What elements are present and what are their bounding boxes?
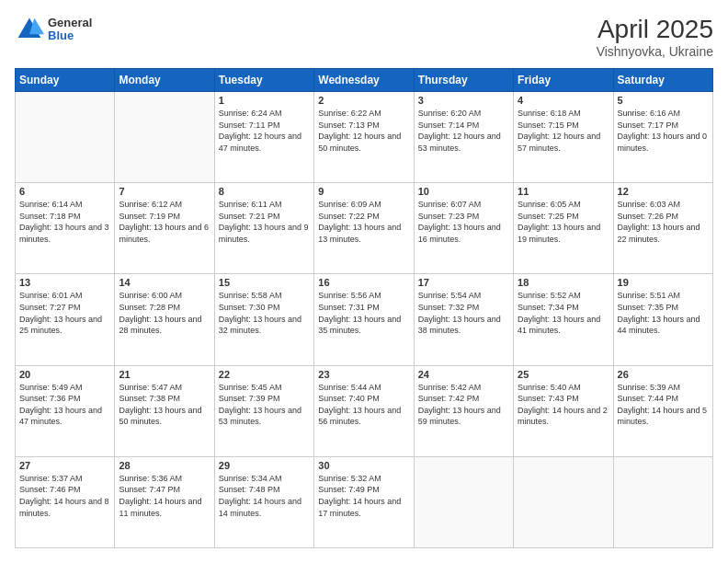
day-number: 1 — [219, 95, 310, 106]
day-number: 25 — [518, 369, 609, 380]
calendar-week-2: 6 Sunrise: 6:14 AMSunset: 7:18 PMDayligh… — [16, 183, 713, 274]
calendar-cell: 30 Sunrise: 5:32 AMSunset: 7:49 PMDaylig… — [314, 456, 414, 547]
calendar-week-1: 1 Sunrise: 6:24 AMSunset: 7:11 PMDayligh… — [16, 92, 713, 183]
day-detail: Sunrise: 6:09 AMSunset: 7:22 PMDaylight:… — [318, 200, 401, 244]
calendar-cell: 3 Sunrise: 6:20 AMSunset: 7:14 PMDayligh… — [414, 92, 513, 183]
calendar-cell: 28 Sunrise: 5:36 AMSunset: 7:47 PMDaylig… — [115, 456, 214, 547]
day-number: 10 — [418, 186, 509, 197]
calendar-cell: 25 Sunrise: 5:40 AMSunset: 7:43 PMDaylig… — [514, 365, 613, 456]
day-detail: Sunrise: 6:03 AMSunset: 7:26 PMDaylight:… — [618, 200, 700, 244]
day-detail: Sunrise: 6:16 AMSunset: 7:17 PMDaylight:… — [618, 109, 708, 153]
logo: General Blue — [15, 15, 92, 44]
calendar-cell: 24 Sunrise: 5:42 AMSunset: 7:42 PMDaylig… — [414, 365, 513, 456]
day-number: 17 — [418, 277, 509, 288]
day-number: 30 — [318, 460, 409, 471]
calendar-cell: 16 Sunrise: 5:56 AMSunset: 7:31 PMDaylig… — [314, 274, 414, 365]
logo-icon — [15, 15, 44, 44]
subtitle: Vishnyovka, Ukraine — [597, 44, 713, 59]
day-header-friday: Friday — [514, 69, 613, 92]
calendar-cell: 17 Sunrise: 5:54 AMSunset: 7:32 PMDaylig… — [414, 274, 513, 365]
calendar-week-3: 13 Sunrise: 6:01 AMSunset: 7:27 PMDaylig… — [16, 274, 713, 365]
calendar-cell — [16, 92, 115, 183]
title-block: April 2025 Vishnyovka, Ukraine — [597, 15, 713, 59]
logo-general-text: General — [48, 17, 92, 29]
main-title: April 2025 — [597, 15, 713, 44]
calendar-cell: 7 Sunrise: 6:12 AMSunset: 7:19 PMDayligh… — [115, 183, 214, 274]
day-header-thursday: Thursday — [414, 69, 513, 92]
calendar-cell: 9 Sunrise: 6:09 AMSunset: 7:22 PMDayligh… — [314, 183, 414, 274]
calendar-cell: 10 Sunrise: 6:07 AMSunset: 7:23 PMDaylig… — [414, 183, 513, 274]
calendar-cell: 14 Sunrise: 6:00 AMSunset: 7:28 PMDaylig… — [115, 274, 214, 365]
day-number: 11 — [518, 186, 609, 197]
calendar-cell: 5 Sunrise: 6:16 AMSunset: 7:17 PMDayligh… — [613, 92, 712, 183]
day-detail: Sunrise: 5:54 AMSunset: 7:32 PMDaylight:… — [418, 291, 501, 335]
day-detail: Sunrise: 6:07 AMSunset: 7:23 PMDaylight:… — [418, 200, 501, 244]
day-detail: Sunrise: 5:34 AMSunset: 7:48 PMDaylight:… — [219, 474, 301, 518]
day-detail: Sunrise: 5:40 AMSunset: 7:43 PMDaylight:… — [518, 383, 608, 427]
calendar-cell: 26 Sunrise: 5:39 AMSunset: 7:44 PMDaylig… — [613, 365, 712, 456]
header: General Blue April 2025 Vishnyovka, Ukra… — [15, 15, 713, 59]
day-number: 26 — [618, 369, 709, 380]
day-number: 8 — [219, 186, 310, 197]
logo-blue-text: Blue — [48, 29, 92, 42]
day-detail: Sunrise: 6:01 AMSunset: 7:27 PMDaylight:… — [19, 291, 102, 335]
day-detail: Sunrise: 5:49 AMSunset: 7:36 PMDaylight:… — [19, 383, 102, 427]
day-detail: Sunrise: 6:00 AMSunset: 7:28 PMDaylight:… — [119, 291, 201, 335]
calendar-cell: 18 Sunrise: 5:52 AMSunset: 7:34 PMDaylig… — [514, 274, 613, 365]
day-header-saturday: Saturday — [613, 69, 712, 92]
day-detail: Sunrise: 5:36 AMSunset: 7:47 PMDaylight:… — [119, 474, 201, 518]
day-number: 18 — [518, 277, 609, 288]
day-detail: Sunrise: 6:12 AMSunset: 7:19 PMDaylight:… — [119, 200, 209, 244]
day-number: 2 — [318, 95, 409, 106]
day-detail: Sunrise: 6:24 AMSunset: 7:11 PMDaylight:… — [219, 109, 301, 153]
day-detail: Sunrise: 5:58 AMSunset: 7:30 PMDaylight:… — [219, 291, 301, 335]
logo-text: General Blue — [48, 17, 92, 43]
day-detail: Sunrise: 6:05 AMSunset: 7:25 PMDaylight:… — [518, 200, 600, 244]
day-detail: Sunrise: 5:56 AMSunset: 7:31 PMDaylight:… — [318, 291, 401, 335]
day-number: 7 — [119, 186, 210, 197]
calendar-cell: 6 Sunrise: 6:14 AMSunset: 7:18 PMDayligh… — [16, 183, 115, 274]
day-header-monday: Monday — [115, 69, 214, 92]
day-number: 29 — [219, 460, 310, 471]
day-number: 27 — [19, 460, 110, 471]
day-detail: Sunrise: 5:45 AMSunset: 7:39 PMDaylight:… — [219, 383, 301, 427]
calendar-cell: 19 Sunrise: 5:51 AMSunset: 7:35 PMDaylig… — [613, 274, 712, 365]
day-number: 4 — [518, 95, 609, 106]
day-header-tuesday: Tuesday — [214, 69, 313, 92]
page: General Blue April 2025 Vishnyovka, Ukra… — [0, 0, 728, 563]
day-detail: Sunrise: 6:20 AMSunset: 7:14 PMDaylight:… — [418, 109, 501, 153]
day-number: 21 — [119, 369, 210, 380]
calendar-cell — [613, 456, 712, 547]
calendar-cell — [414, 456, 513, 547]
day-number: 20 — [19, 369, 110, 380]
day-number: 12 — [618, 186, 709, 197]
day-header-sunday: Sunday — [16, 69, 115, 92]
day-number: 13 — [19, 277, 110, 288]
calendar-cell: 1 Sunrise: 6:24 AMSunset: 7:11 PMDayligh… — [214, 92, 313, 183]
day-number: 14 — [119, 277, 210, 288]
calendar-cell: 4 Sunrise: 6:18 AMSunset: 7:15 PMDayligh… — [514, 92, 613, 183]
calendar-cell: 11 Sunrise: 6:05 AMSunset: 7:25 PMDaylig… — [514, 183, 613, 274]
day-detail: Sunrise: 5:52 AMSunset: 7:34 PMDaylight:… — [518, 291, 600, 335]
calendar-cell: 23 Sunrise: 5:44 AMSunset: 7:40 PMDaylig… — [314, 365, 414, 456]
calendar-cell: 15 Sunrise: 5:58 AMSunset: 7:30 PMDaylig… — [214, 274, 313, 365]
day-detail: Sunrise: 6:11 AMSunset: 7:21 PMDaylight:… — [219, 200, 309, 244]
calendar-cell — [514, 456, 613, 547]
day-detail: Sunrise: 5:37 AMSunset: 7:46 PMDaylight:… — [19, 474, 109, 518]
calendar-header-row: SundayMondayTuesdayWednesdayThursdayFrid… — [16, 69, 713, 92]
day-number: 15 — [219, 277, 310, 288]
day-detail: Sunrise: 6:18 AMSunset: 7:15 PMDaylight:… — [518, 109, 600, 153]
calendar-cell: 13 Sunrise: 6:01 AMSunset: 7:27 PMDaylig… — [16, 274, 115, 365]
day-number: 5 — [618, 95, 709, 106]
calendar-week-5: 27 Sunrise: 5:37 AMSunset: 7:46 PMDaylig… — [16, 456, 713, 547]
day-detail: Sunrise: 5:47 AMSunset: 7:38 PMDaylight:… — [119, 383, 201, 427]
calendar-cell: 8 Sunrise: 6:11 AMSunset: 7:21 PMDayligh… — [214, 183, 313, 274]
day-detail: Sunrise: 5:44 AMSunset: 7:40 PMDaylight:… — [318, 383, 401, 427]
calendar-cell: 20 Sunrise: 5:49 AMSunset: 7:36 PMDaylig… — [16, 365, 115, 456]
day-number: 23 — [318, 369, 409, 380]
day-detail: Sunrise: 5:39 AMSunset: 7:44 PMDaylight:… — [618, 383, 708, 427]
day-number: 16 — [318, 277, 409, 288]
day-number: 22 — [219, 369, 310, 380]
calendar-cell: 21 Sunrise: 5:47 AMSunset: 7:38 PMDaylig… — [115, 365, 214, 456]
day-detail: Sunrise: 5:42 AMSunset: 7:42 PMDaylight:… — [418, 383, 501, 427]
